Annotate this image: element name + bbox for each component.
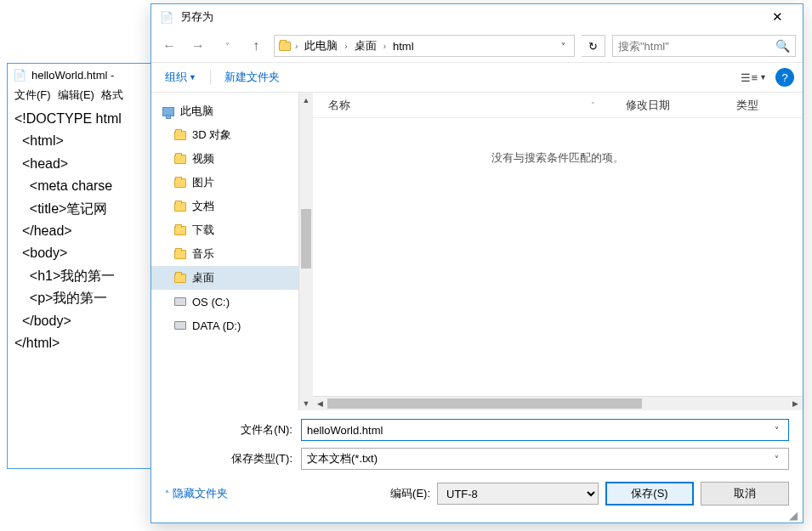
dialog-icon: 📄: [160, 10, 173, 24]
toolbar: 组织 ▼ 新建文件夹 ☰≡ ▼ ?: [151, 62, 803, 93]
folder-icon: [173, 223, 187, 237]
help-button[interactable]: ?: [775, 68, 794, 87]
tree-item-datad[interactable]: DATA (D:): [151, 314, 298, 337]
organize-button[interactable]: 组织 ▼: [160, 66, 202, 88]
tree-item-label: 音乐: [192, 246, 214, 262]
nav-bar: ← → ˅ ↑ › 此电脑 › 桌面 › html ˅ ↻ 🔍: [151, 30, 803, 62]
tree-item-label: 桌面: [192, 270, 214, 285]
chevron-icon: ›: [383, 42, 386, 51]
empty-message: 没有与搜索条件匹配的项。: [313, 118, 803, 396]
scroll-thumb[interactable]: [327, 398, 642, 409]
tree-item-[interactable]: 下载: [151, 218, 298, 242]
tree-item-[interactable]: 图片: [151, 171, 298, 195]
scroll-thumb[interactable]: [301, 209, 311, 268]
resize-grip-icon[interactable]: ◢: [789, 509, 801, 521]
folder-icon: [173, 176, 187, 189]
tree-item-label: 3D 对象: [192, 127, 231, 143]
dialog-titlebar: 📄 另存为 ✕: [151, 4, 803, 30]
save-as-dialog: 📄 另存为 ✕ ← → ˅ ↑ › 此电脑 › 桌面 › html ˅ ↻ 🔍 …: [150, 3, 803, 523]
tree-item-label: DATA (D:): [192, 319, 241, 332]
folder-icon: [278, 39, 292, 53]
tree-item-label: OS (C:): [192, 296, 230, 308]
close-button[interactable]: ✕: [760, 7, 794, 27]
file-list: 名称˄ 修改日期 类型 没有与搜索条件匹配的项。 ◀ ▶: [313, 93, 803, 410]
dropdown-icon[interactable]: ˅: [769, 455, 783, 464]
notepad-title-text: helloWorld.html -: [31, 69, 114, 82]
pc-icon: [162, 105, 175, 118]
refresh-button[interactable]: ↻: [582, 35, 605, 57]
scroll-left-icon[interactable]: ◀: [313, 397, 327, 410]
nav-tree[interactable]: 此电脑3D 对象视频图片文档下载音乐桌面OS (C:)DATA (D:): [151, 93, 298, 410]
cancel-button[interactable]: 取消: [701, 482, 789, 506]
col-name[interactable]: 名称˄: [313, 98, 610, 113]
col-date[interactable]: 修改日期: [610, 98, 721, 113]
tree-item-label: 视频: [192, 151, 214, 167]
tree-item-[interactable]: 视频: [151, 147, 298, 171]
hide-folders-link[interactable]: ˄隐藏文件夹: [165, 486, 228, 501]
content-area: 此电脑3D 对象视频图片文档下载音乐桌面OS (C:)DATA (D:) ▲ ▼…: [151, 93, 803, 410]
chevron-icon: ›: [344, 42, 347, 51]
filetype-value: 文本文档(*.txt): [307, 451, 769, 466]
col-type[interactable]: 类型: [721, 98, 774, 113]
crumb-html[interactable]: html: [389, 38, 417, 54]
column-headers: 名称˄ 修改日期 类型: [313, 93, 803, 118]
view-button[interactable]: ☰≡ ▼: [741, 71, 767, 84]
horizontal-scrollbar[interactable]: ◀ ▶: [313, 396, 803, 410]
tree-item-3d[interactable]: 3D 对象: [151, 123, 298, 147]
footer: ˄隐藏文件夹 编码(E): UTF-8 保存(S) 取消: [151, 475, 803, 523]
crumb-pc[interactable]: 此电脑: [301, 37, 341, 55]
address-dropdown[interactable]: ˅: [555, 42, 571, 51]
drive-icon: [173, 295, 187, 308]
address-bar[interactable]: › 此电脑 › 桌面 › html ˅: [274, 35, 575, 57]
tree-item-label: 图片: [192, 175, 214, 190]
scroll-up-icon[interactable]: ▲: [299, 93, 313, 107]
filetype-label: 保存类型(T):: [165, 451, 292, 466]
folder-icon: [173, 128, 187, 142]
dropdown-icon[interactable]: ˅: [769, 426, 783, 435]
new-folder-button[interactable]: 新建文件夹: [219, 66, 285, 88]
search-icon[interactable]: 🔍: [775, 39, 790, 53]
folder-icon: [173, 271, 187, 285]
tree-scrollbar[interactable]: ▲ ▼: [298, 93, 313, 410]
encoding-label: 编码(E):: [390, 486, 430, 501]
tree-item-osc[interactable]: OS (C:): [151, 290, 298, 314]
back-button[interactable]: ←: [158, 35, 180, 57]
filename-value[interactable]: helloWorld.html: [307, 424, 383, 437]
filename-label: 文件名(N):: [165, 422, 292, 438]
up-button[interactable]: ↑: [245, 35, 267, 57]
tree-item-[interactable]: 音乐: [151, 242, 298, 266]
encoding-select[interactable]: UTF-8: [437, 483, 599, 505]
save-button[interactable]: 保存(S): [605, 482, 694, 506]
search-box[interactable]: 🔍: [612, 35, 796, 57]
tree-item-[interactable]: 桌面: [151, 266, 298, 290]
recent-dropdown[interactable]: ˅: [216, 35, 238, 57]
search-input[interactable]: [618, 40, 775, 53]
tree-item-label: 下载: [192, 223, 214, 238]
dialog-title: 另存为: [180, 9, 213, 25]
tree-item-[interactable]: 此电脑: [151, 99, 298, 123]
notepad-icon: 📄: [13, 68, 26, 82]
folder-icon: [173, 247, 187, 261]
drive-icon: [173, 319, 187, 332]
tree-item-label: 文档: [192, 199, 214, 214]
menu-file[interactable]: 文件(F): [14, 88, 51, 103]
chevron-icon: ›: [295, 42, 298, 51]
form-area: 文件名(N): helloWorld.html ˅ 保存类型(T): 文本文档(…: [151, 410, 803, 475]
scroll-right-icon[interactable]: ▶: [788, 397, 803, 410]
tree-item-label: 此电脑: [180, 104, 213, 119]
scroll-down-icon[interactable]: ▼: [299, 396, 313, 410]
menu-format[interactable]: 格式: [101, 88, 123, 103]
forward-button[interactable]: →: [187, 35, 209, 57]
filetype-select[interactable]: 文本文档(*.txt) ˅: [301, 448, 789, 470]
crumb-desktop[interactable]: 桌面: [351, 37, 380, 55]
menu-edit[interactable]: 编辑(E): [58, 88, 94, 103]
folder-icon: [173, 200, 187, 213]
tree-item-[interactable]: 文档: [151, 195, 298, 218]
filename-input[interactable]: helloWorld.html ˅: [301, 419, 789, 441]
folder-icon: [173, 152, 187, 166]
separator: [210, 70, 211, 85]
